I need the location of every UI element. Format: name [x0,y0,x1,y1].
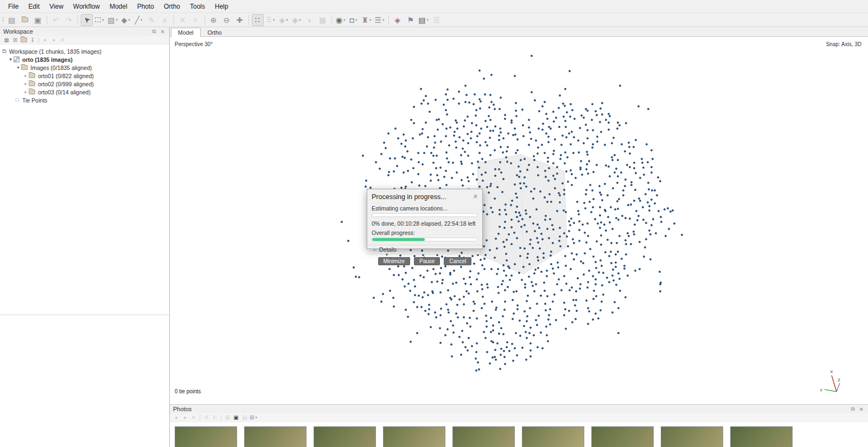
details-label: Details [379,246,397,253]
tie-point [547,318,550,321]
workspace-icon: ⧉ [2,48,7,55]
tie-point [569,289,571,291]
menu-view[interactable]: View [44,1,68,12]
menu-tools[interactable]: Tools [185,1,210,12]
add-photos-icon[interactable]: ⊞ [11,36,20,44]
tie-point [597,222,599,225]
photo-thumbnail[interactable] [730,426,793,447]
tie-point [630,203,632,206]
tree-item-workspace[interactable]: ⧉Workspace (1 chunks, 1835 images) [0,47,169,55]
ruler-icon[interactable]: ╱▾ [133,14,145,26]
rectangle-selection-icon[interactable]: ▾ [94,14,106,26]
tree-item-orto01[interactable]: ▸orto01 (0/822 aligned) [0,72,169,80]
globe-icon[interactable]: ◉▾ [335,14,347,26]
tree-item-orto[interactable]: ▾orto (1835 images) [0,55,169,63]
show-thumbnails-icon[interactable]: ▣ [232,414,240,422]
close-panel-icon[interactable]: ✕ [158,29,167,35]
layout-icon[interactable]: ⊞▾ [249,414,258,422]
tie-point [667,207,669,209]
menu-edit[interactable]: Edit [23,1,44,12]
photo-thumbnail[interactable] [522,426,584,447]
chevron-right-icon[interactable]: ▸ [23,81,29,86]
menu-help[interactable]: Help [210,1,233,12]
tie-point [673,222,675,225]
menu-photo[interactable]: Photo [132,1,159,12]
chevron-down-icon[interactable]: ▾ [15,65,21,70]
tie-point [524,176,526,178]
navigation-icon[interactable]: ✚ [234,14,246,26]
image-overlay-icon[interactable]: ▤▾ [418,14,430,26]
details-expander[interactable]: ▸ Details [367,245,482,254]
point-cloud-icon[interactable]: ∷ [252,14,264,26]
camera-view-icon[interactable]: ◘▾ [348,14,360,26]
zoom-out-icon[interactable]: ⊖ [221,14,233,26]
pause-button[interactable]: Pause [414,257,440,265]
tab-model[interactable]: Model [171,28,201,37]
float-panel-icon[interactable]: ⧉ [150,28,158,35]
markers-icon[interactable]: ⚑ [405,14,417,26]
toolbar-drag-handle[interactable]: ⁞⁞ [2,17,3,23]
tie-point [405,272,407,274]
selection-tools-icon[interactable]: ▧▾ [107,14,119,26]
photo-thumbnail[interactable] [591,426,654,447]
tie-point [622,189,624,191]
texture-icon[interactable]: ◈ [392,14,404,26]
chevron-right-icon[interactable]: ▸ [23,90,29,94]
gradual-selection-icon[interactable]: ◆▾ [120,14,132,26]
tie-point [669,210,672,213]
tree-item-tie[interactable]: ∷Tie Points [0,96,169,104]
menu-ortho[interactable]: Ortho [159,1,185,12]
workspace-tree: ⧉Workspace (1 chunks, 1835 images)▾orto … [0,44,169,104]
chevron-right-icon[interactable]: ▸ [23,73,29,78]
photo-thumbnail[interactable] [661,426,723,447]
tie-point [506,150,508,152]
tie-point [492,211,494,213]
photo-thumbnail[interactable] [314,426,376,447]
tie-point [536,303,538,305]
photo-thumbnail[interactable] [383,426,445,447]
photo-thumbnail[interactable] [175,426,237,447]
tie-point [416,306,418,308]
menu-workflow[interactable]: Workflow [68,1,105,12]
tie-point [520,159,522,161]
tie-point [515,290,518,292]
dialog-close-icon[interactable]: ✕ [472,193,479,200]
add-chunk-icon[interactable]: ▦ [2,36,11,44]
new-document-icon[interactable]: ▤ [6,14,18,26]
model-viewport[interactable]: Perspective 30° Snap: Axis, 3D 0 tie poi… [170,37,868,404]
chunk-icon [14,56,20,62]
float-panel-icon[interactable]: ⧉ [848,406,857,412]
show-cameras-icon[interactable]: ♜▾ [361,14,373,26]
chevron-down-icon[interactable]: ▾ [8,57,14,62]
tree-item-images[interactable]: ▾Images (0/1835 aligned) [0,63,169,72]
minimize-button[interactable]: Minimize [378,257,410,265]
tie-point [407,316,409,318]
tree-item-orto02[interactable]: ▸orto02 (0/999 aligned) [0,80,169,88]
import-icon[interactable]: ↧ [28,36,37,44]
zoom-in-icon[interactable]: ⊕ [208,14,220,26]
save-icon[interactable]: ▣ [32,14,44,26]
tie-point [603,224,605,226]
tie-point [519,182,521,184]
tab-ortho[interactable]: Ortho [201,28,229,37]
close-panel-icon[interactable]: ✕ [857,406,866,412]
photo-thumbnail[interactable] [244,426,307,447]
tree-item-orto03[interactable]: ▸orto03 (0/14 aligned) [0,88,169,96]
tie-point [565,283,567,285]
tie-point [628,142,630,144]
cancel-button[interactable]: Cancel [444,257,471,265]
add-folder-icon[interactable] [20,36,28,44]
tie-point [512,134,514,136]
tie-point [514,347,516,349]
tie-point [503,246,506,248]
tie-point [607,194,609,196]
tie-point [636,219,639,221]
open-folder-icon[interactable] [19,14,31,26]
tie-point [446,113,448,116]
console-icon[interactable]: ☰▾ [374,14,386,26]
menu-model[interactable]: Model [105,1,132,12]
menu-file[interactable]: File [3,1,23,12]
photo-thumbnail[interactable] [452,426,515,447]
select-cursor-icon[interactable]: ➤ [81,14,93,26]
tie-point [576,253,578,256]
